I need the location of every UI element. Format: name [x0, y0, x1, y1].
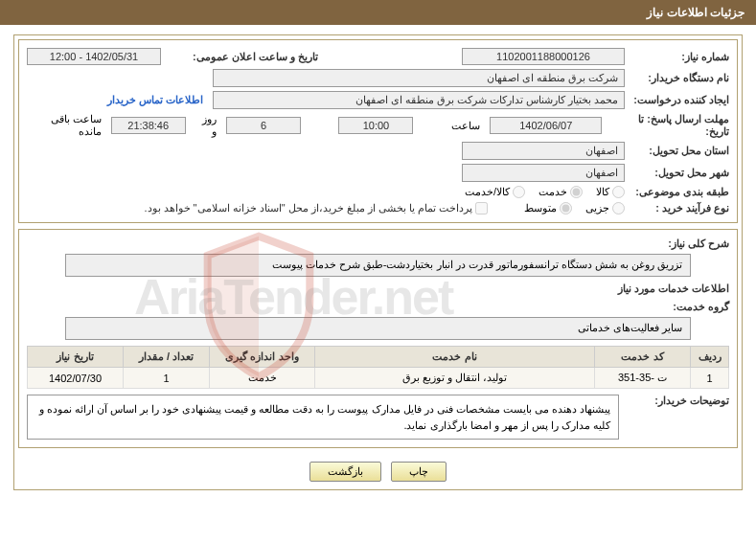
days-suffix: روز و — [195, 113, 217, 138]
buyer-note-text: پیشنهاد دهنده می بایست مشخصات فنی در فای… — [27, 395, 619, 440]
requester-value: محمد بختیار کارشناس تدارکات شرکت برق منط… — [213, 91, 625, 109]
process-label: نوع فرآیند خرید : — [629, 202, 729, 215]
description-fieldset: شرح کلی نیاز: تزریق روغن به شش دستگاه تر… — [18, 229, 738, 448]
city-value: اصفهان — [462, 164, 625, 182]
province-value: اصفهان — [462, 142, 625, 160]
process-medium-option[interactable]: متوسط — [524, 202, 572, 215]
group-label: گروه خدمت: — [629, 301, 729, 313]
buyer-org-label: نام دستگاه خریدار: — [629, 72, 729, 84]
city-label: شهر محل تحویل: — [629, 167, 729, 179]
button-bar: چاپ بازگشت — [18, 454, 738, 486]
panel-title: جزئیات اطلاعات نیاز — [0, 0, 756, 25]
col-date: تاریخ نیاز — [28, 347, 124, 368]
overview-label: شرح کلی نیاز: — [629, 237, 729, 250]
announce-date-label: تاریخ و ساعت اعلان عمومی: — [165, 51, 318, 63]
main-panel: شماره نیاز: 1102001188000126 تاریخ و ساع… — [13, 34, 743, 490]
services-heading: اطلاعات خدمات مورد نیاز — [27, 282, 729, 295]
payment-checkbox[interactable]: پرداخت تمام یا بخشی از مبلغ خرید،از محل … — [144, 202, 488, 215]
buyer-org-value: شرکت برق منطقه ای اصفهان — [213, 69, 625, 87]
print-button[interactable]: چاپ — [391, 462, 447, 482]
col-unit: واحد اندازه گیری — [210, 347, 315, 368]
process-minor-option[interactable]: جزیی — [585, 202, 625, 215]
province-label: استان محل تحویل: — [629, 145, 729, 157]
deadline-label: مهلت ارسال پاسخ: تا تاریخ: — [611, 113, 729, 138]
overview-text: تزریق روغن به شش دستگاه ترانسفورماتور قد… — [65, 254, 691, 277]
deadline-date-value: 1402/06/07 — [490, 117, 602, 134]
requester-label: ایجاد کننده درخواست: — [629, 94, 729, 106]
class-service-option[interactable]: خدمت — [538, 186, 583, 198]
services-table: ردیف کد خدمت نام خدمت واحد اندازه گیری ت… — [27, 346, 729, 389]
class-label: طبقه بندی موضوعی: — [629, 186, 729, 198]
need-number-label: شماره نیاز: — [629, 51, 729, 63]
col-code: کد خدمت — [595, 347, 691, 368]
info-fieldset: شماره نیاز: 1102001188000126 تاریخ و ساع… — [18, 39, 738, 223]
days-remain-value: 6 — [226, 117, 301, 134]
announce-date-value: 1402/05/31 - 12:00 — [27, 48, 161, 65]
class-both-option[interactable]: کالا/خدمت — [465, 186, 525, 198]
col-qty: تعداد / مقدار — [124, 347, 210, 368]
col-name: نام خدمت — [315, 347, 595, 368]
table-row: 1 ت -35-351 تولید، انتقال و توزیع برق خد… — [28, 368, 729, 389]
buyer-note-label: توضیحات خریدار: — [629, 395, 729, 407]
class-radio-group: کالا خدمت کالا/خدمت — [465, 186, 625, 198]
time-remain-value: 21:38:46 — [111, 117, 186, 134]
buyer-contact-link[interactable]: اطلاعات تماس خریدار — [107, 94, 209, 106]
need-number-value: 1102001188000126 — [462, 48, 625, 65]
remain-suffix: ساعت باقی مانده — [27, 113, 102, 138]
group-text: سایر فعالیت‌های خدماتی — [65, 317, 691, 340]
col-row: ردیف — [691, 347, 729, 368]
back-button[interactable]: بازگشت — [309, 462, 381, 482]
class-goods-option[interactable]: کالا — [596, 186, 625, 198]
deadline-time-value: 10:00 — [338, 117, 413, 134]
time-label: ساعت — [423, 120, 480, 132]
process-radio-group: جزیی متوسط — [524, 202, 625, 215]
